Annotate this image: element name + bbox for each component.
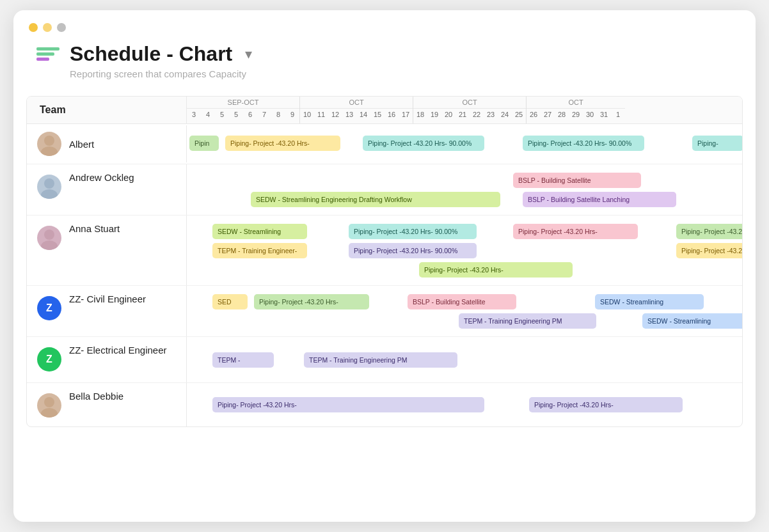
table-row: Z ZZ- Electrical Engineer TEPM - TEPM - …	[27, 337, 742, 383]
bar[interactable]: SEDW - Streamlining	[642, 313, 743, 329]
date-21: 21	[456, 109, 470, 120]
date-29: 29	[569, 109, 583, 120]
date-group-oct1: OCT 10 11 12 13 14 15 16 17	[300, 97, 413, 123]
traffic-light-yellow[interactable]	[29, 23, 38, 32]
svg-point-1	[41, 146, 58, 156]
bar[interactable]: Piping- Project -43.20 Hrs-	[419, 262, 573, 278]
bar[interactable]: Piping- Project -43.20 Hrs- 90.00%	[349, 224, 477, 239]
date-3: 3	[187, 109, 201, 120]
bar[interactable]: TEPM - Training Engineering PM	[304, 352, 457, 368]
date-11: 11	[314, 109, 328, 120]
header-icon	[36, 47, 59, 61]
bar[interactable]: TEPM -	[212, 352, 274, 368]
page-subtitle: Reporting screen that compares Capacity	[70, 68, 733, 79]
date-16: 16	[384, 109, 399, 120]
date-6: 6	[243, 109, 257, 120]
team-cell-bella: Bella Debbie	[27, 383, 187, 426]
date-group-label-sep-oct: SEP-OCT	[187, 97, 299, 109]
team-name-zz-electrical: ZZ- Electrical Engineer	[69, 345, 167, 356]
date-10: 10	[300, 109, 314, 120]
bar[interactable]: SEDW - Streamlining	[595, 294, 704, 309]
bar[interactable]: Piping- Project -43.20 Hrs-	[254, 294, 369, 309]
date-numbers-oct1: 10 11 12 13 14 15 16 17	[300, 109, 413, 120]
bar[interactable]: SEDW - Streamlining Engineering Drafting…	[251, 192, 500, 207]
date-17: 17	[399, 109, 413, 120]
table-row: Albert Pipin Piping- Project -43.20 Hrs-…	[27, 124, 742, 164]
date-9: 9	[285, 109, 299, 120]
bar[interactable]: Piping- Project -43.20 Hrs-	[513, 224, 638, 239]
avatar-anna	[37, 226, 61, 250]
team-name-albert: Albert	[69, 139, 94, 150]
bar[interactable]: Piping- Project -43.20 Hrs- 90.00%	[523, 136, 644, 151]
bar[interactable]: TEPM - Training Engineer-	[212, 243, 307, 258]
avatar-zz-electrical: Z	[37, 347, 61, 372]
bar[interactable]: Piping- Project -43.20 Hrs-	[225, 136, 340, 151]
bar[interactable]: BSLP - Building Satellite Lanching	[523, 192, 676, 207]
date-22: 22	[470, 109, 484, 120]
date-26: 26	[527, 109, 541, 120]
traffic-light-red[interactable]	[43, 23, 52, 32]
team-name-andrew: Andrew Ockleg	[69, 172, 134, 183]
avatar-zz-civil: Z	[37, 296, 61, 320]
bar[interactable]: Piping- Project -43.20	[676, 224, 743, 239]
date-15: 15	[370, 109, 384, 120]
bar[interactable]: SED	[212, 294, 248, 309]
avatar-albert	[37, 132, 61, 156]
date-30: 30	[583, 109, 597, 120]
date-group-sep-oct: SEP-OCT 3 4 5 5 6 7 8 9	[187, 97, 300, 123]
svg-point-4	[44, 230, 54, 240]
bar[interactable]: Piping- Project -43.20 Hrs- 90.00%	[363, 136, 484, 151]
team-name-bella: Bella Debbie	[69, 391, 123, 402]
date-14: 14	[356, 109, 370, 120]
bar[interactable]: BSLP - Building Satellite	[513, 173, 641, 188]
date-24: 24	[498, 109, 512, 120]
date-group-label-oct1: OCT	[300, 97, 413, 109]
date-12: 12	[328, 109, 342, 120]
svg-point-6	[44, 397, 54, 407]
bar[interactable]: Piping- Project -43.20 Hrs-	[212, 397, 484, 412]
team-cell-anna: Anna Stuart	[27, 215, 187, 285]
date-13: 13	[342, 109, 356, 120]
team-name-anna: Anna Stuart	[69, 223, 120, 234]
table-row: Andrew Ockleg BSLP - Building Satellite …	[27, 164, 742, 215]
bar[interactable]: Piping- Project -43.20 Hrs- 90.00%	[349, 243, 477, 258]
bar[interactable]: Piping-	[692, 136, 743, 151]
table-row: Bella Debbie Piping- Project -43.20 Hrs-…	[27, 383, 742, 426]
svg-point-2	[44, 178, 54, 189]
date-28: 28	[555, 109, 569, 120]
title-dropdown-arrow[interactable]: ▾	[245, 46, 252, 63]
date-4: 4	[201, 109, 215, 120]
table-row: Anna Stuart SEDW - Streamlining Piping- …	[27, 215, 742, 286]
date-31: 31	[597, 109, 611, 120]
bar[interactable]: BSLP - Building Satellite	[408, 294, 516, 309]
schedule-chart: Team SEP-OCT 3 4 5 5 6 7 8 9	[26, 96, 743, 427]
team-cell-zz-civil: Z ZZ- Civil Engineer	[27, 286, 187, 336]
team-col-header: Team	[27, 97, 187, 123]
date-group-oct3: OCT 26 27 28 29 30 31 1	[527, 97, 625, 123]
avatar-andrew	[37, 175, 61, 199]
bar[interactable]: SEDW - Streamlining	[212, 224, 307, 239]
team-cell-zz-electrical: Z ZZ- Electrical Engineer	[27, 337, 187, 382]
dates-header: SEP-OCT 3 4 5 5 6 7 8 9 OCT	[187, 97, 742, 123]
date-27: 27	[541, 109, 555, 120]
bar[interactable]: Piping- Project -43.20	[676, 243, 743, 258]
bar[interactable]: TEPM - Training Engineering PM	[459, 313, 596, 329]
traffic-light-gray[interactable]	[57, 23, 66, 32]
date-5a: 5	[215, 109, 229, 120]
gantt-area-albert: Pipin Piping- Project -43.20 Hrs- Piping…	[187, 124, 742, 164]
date-numbers-oct2: 18 19 20 21 22 23 24 25	[413, 109, 526, 120]
svg-point-7	[41, 408, 58, 418]
bar[interactable]: Piping- Project -43.20 Hrs-	[529, 397, 683, 412]
chart-header: Team SEP-OCT 3 4 5 5 6 7 8 9	[27, 97, 742, 124]
date-20: 20	[441, 109, 456, 120]
page-title: Schedule - Chart	[70, 42, 232, 66]
team-name-zz-civil: ZZ- Civil Engineer	[69, 293, 146, 304]
date-group-label-oct2: OCT	[413, 97, 526, 109]
date-5b: 5	[229, 109, 243, 120]
date-8: 8	[271, 109, 285, 120]
date-group-oct2: OCT 18 19 20 21 22 23 24 25	[413, 97, 527, 123]
date-25: 25	[512, 109, 526, 120]
table-row: Z ZZ- Civil Engineer SED Piping- Project…	[27, 286, 742, 337]
svg-point-3	[41, 189, 58, 199]
bar[interactable]: Pipin	[189, 136, 219, 151]
